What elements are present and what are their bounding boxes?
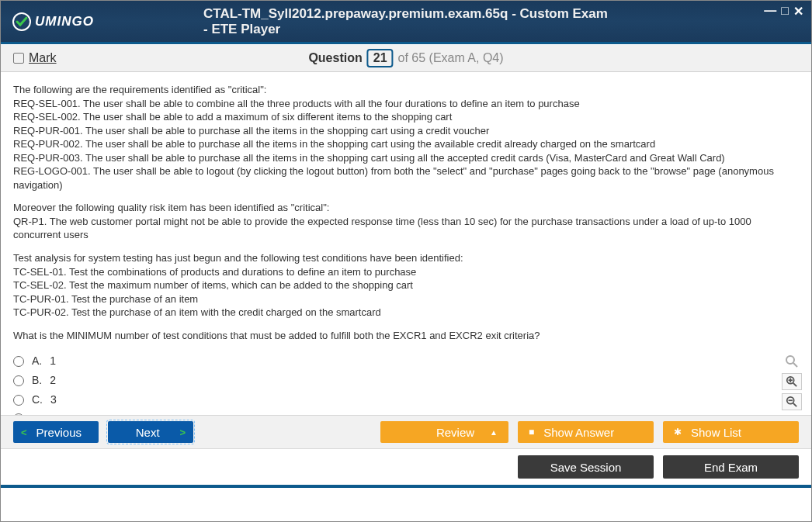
question-indicator: Question 21 of 65 (Exam A, Q4) [308, 49, 503, 67]
question-number: 21 [367, 49, 394, 67]
zoom-tools [782, 353, 802, 410]
zoom-in-icon[interactable] [782, 373, 802, 390]
req-intro: The following are the requirements ident… [13, 83, 799, 97]
mark-checkbox[interactable] [13, 53, 24, 64]
show-answer-label: Show Answer [543, 426, 614, 439]
review-button[interactable]: Review ▲ [380, 421, 508, 443]
window-controls: — □ ✕ [764, 4, 803, 19]
previous-label: Previous [36, 426, 82, 439]
req-line: REG-LOGO-001. The user shall be able to … [13, 164, 799, 192]
question-content: The following are the requirements ident… [1, 72, 811, 415]
chevron-right-icon: > [179, 427, 186, 438]
svg-point-1 [786, 356, 794, 364]
req-line: REQ-PUR-001. The user shall be able to p… [13, 124, 799, 138]
zoom-out-icon[interactable] [782, 393, 802, 410]
tc-block: Test analysis for system testing has jus… [13, 251, 799, 320]
triangle-up-icon: ▲ [490, 428, 498, 437]
svg-line-2 [793, 363, 797, 367]
app-logo: UMINGO [12, 12, 94, 32]
question-text: What is the MINIMUM number of test condi… [13, 329, 799, 343]
show-list-button[interactable]: ✱ Show List [663, 421, 799, 443]
answer-text: 1 [50, 354, 56, 368]
answer-option[interactable]: C. 3 [13, 390, 799, 410]
req-line: REQ-SEL-002. The user shall be able to a… [13, 110, 799, 124]
question-total: of 65 (Exam A, Q4) [398, 51, 504, 65]
review-label: Review [436, 426, 474, 439]
answer-text: 4 [50, 412, 57, 415]
save-session-label: Save Session [550, 461, 622, 474]
title-bar: UMINGO CTAL-TM_Syll2012.prepaway.premium… [1, 1, 811, 44]
answer-letter: A. [32, 354, 42, 368]
risk-line: QR-P1. The web customer portal might not… [13, 215, 799, 242]
req-line: REQ-PUR-002. The user shall be able to p… [13, 137, 799, 151]
requirements-block: The following are the requirements ident… [13, 83, 799, 192]
answer-text: 3 [50, 392, 57, 407]
question-word: Question [308, 51, 362, 65]
mark-checkbox-wrap[interactable]: Mark [13, 51, 57, 65]
answer-option[interactable]: D. 4 [13, 410, 799, 415]
maximize-icon[interactable]: □ [781, 4, 789, 19]
req-line: REQ-PUR-003. The user shall be able to p… [13, 151, 799, 165]
radio-icon[interactable] [13, 413, 24, 415]
magnifier-icon[interactable] [782, 353, 802, 370]
brand-text: UMINGO [35, 14, 94, 29]
answers-list: A. 1 B. 2 C. 3 D. 4 [13, 351, 799, 415]
show-list-label: Show List [691, 426, 741, 439]
radio-icon[interactable] [13, 395, 24, 406]
checkmark-icon [12, 12, 32, 32]
tc-line: TC-SEL-01. Test the combinations of prod… [13, 265, 799, 279]
req-line: REQ-SEL-001. The user shall be able to c… [13, 97, 799, 111]
end-exam-label: End Exam [704, 461, 758, 474]
answer-text: 2 [50, 373, 56, 388]
next-label: Next [136, 426, 160, 439]
risk-intro: Moreover the following quality risk item… [13, 201, 799, 215]
tc-line: TC-PUR-02. Test the purchase of an item … [13, 306, 799, 320]
svg-line-8 [793, 403, 796, 406]
radio-icon[interactable] [13, 375, 24, 386]
radio-icon[interactable] [13, 356, 24, 367]
nav-row: < Previous Next > Review ▲ ■ Show Answer… [1, 415, 811, 449]
bottom-row: Save Session End Exam [1, 449, 811, 485]
answer-letter: D. [32, 412, 43, 415]
save-session-button[interactable]: Save Session [518, 455, 654, 479]
end-exam-button[interactable]: End Exam [663, 455, 799, 479]
answer-option[interactable]: A. 1 [13, 351, 799, 371]
mark-label: Mark [29, 51, 57, 65]
minimize-icon[interactable]: — [764, 4, 776, 19]
svg-line-4 [793, 383, 796, 386]
square-icon: ■ [529, 427, 534, 437]
answer-letter: C. [32, 392, 43, 407]
previous-button[interactable]: < Previous [13, 421, 99, 443]
close-icon[interactable]: ✕ [793, 4, 803, 19]
question-bar: Mark Question 21 of 65 (Exam A, Q4) [1, 44, 811, 72]
chevron-left-icon: < [21, 427, 27, 438]
answer-letter: B. [32, 373, 42, 388]
answer-option[interactable]: B. 2 [13, 371, 799, 390]
window-title: CTAL-TM_Syll2012.prepaway.premium.exam.6… [203, 6, 609, 37]
tc-intro: Test analysis for system testing has jus… [13, 251, 799, 265]
next-button[interactable]: Next > [108, 421, 193, 443]
list-icon: ✱ [674, 427, 682, 437]
footer-bar [1, 485, 811, 488]
tc-line: TC-SEL-02. Test the maximum number of it… [13, 278, 799, 292]
show-answer-button[interactable]: ■ Show Answer [518, 421, 654, 443]
tc-line: TC-PUR-01. Test the purchase of an item [13, 292, 799, 306]
risk-block: Moreover the following quality risk item… [13, 201, 799, 242]
